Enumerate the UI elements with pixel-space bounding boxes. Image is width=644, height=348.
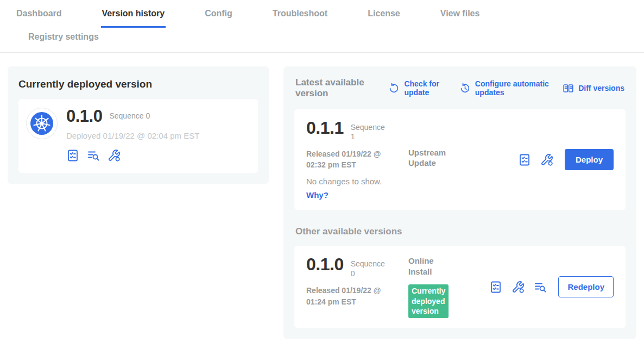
configure-updates-label: Configure automatic updates [475, 79, 551, 98]
tab-registry-settings[interactable]: Registry settings [27, 28, 100, 52]
check-for-update-label: Check for update [404, 79, 447, 98]
check-for-update-link[interactable]: Check for update [388, 79, 447, 98]
nav-row-primary: Dashboard Version history Config Trouble… [15, 8, 629, 28]
diff-versions-label: Diff versions [578, 84, 624, 93]
deploy-logs-icon[interactable] [87, 149, 100, 162]
redeploy-button[interactable]: Redeploy [558, 276, 614, 297]
deployed-actions [66, 149, 199, 162]
currently-deployed-title: Currently deployed version [18, 78, 258, 90]
latest-release-source: Upstream Update [408, 119, 479, 201]
other-sequence-label: Sequence 0 [351, 259, 386, 278]
currently-deployed-badge: Currently deployed version [408, 284, 449, 318]
other-version-number: 0.1.0 [306, 256, 344, 273]
deployed-version-number: 0.1.0 [66, 108, 102, 125]
tab-license[interactable]: License [367, 8, 401, 28]
other-source-label: Online Install [408, 256, 458, 277]
other-release-card: 0.1.0 Sequence 0 Released 01/19/22 @ 01:… [294, 246, 626, 328]
diff-versions-link[interactable]: Diff versions [563, 83, 624, 94]
other-release-actions: Redeploy [489, 276, 614, 297]
configure-updates-link[interactable]: Configure automatic updates [459, 79, 551, 98]
tab-dashboard[interactable]: Dashboard [15, 8, 63, 28]
deployed-version-info: 0.1.0 Sequence 0 Deployed 01/19/22 @ 02:… [66, 108, 199, 162]
diff-versions-icon [563, 83, 574, 94]
other-release-info: 0.1.0 Sequence 0 Released 01/19/22 @ 01:… [306, 256, 408, 318]
currently-deployed-panel: Currently deployed version [8, 66, 269, 184]
tab-view-files[interactable]: View files [439, 8, 481, 28]
nav-row-secondary: Registry settings [15, 28, 629, 52]
no-changes-note: No changes to show. [306, 177, 408, 186]
release-notes-icon[interactable] [518, 153, 531, 166]
latest-released-timestamp: Released 01/19/22 @ 02:32 pm EST [306, 148, 393, 171]
main-content: Currently deployed version [0, 53, 644, 348]
latest-release-actions: Deploy [518, 149, 614, 170]
config-wrench-icon[interactable] [512, 281, 525, 294]
latest-release-info: 0.1.1 Sequence 1 Released 01/19/22 @ 02:… [306, 119, 408, 201]
latest-release-card: 0.1.1 Sequence 1 Released 01/19/22 @ 02:… [294, 109, 626, 210]
config-wrench-icon[interactable] [540, 153, 553, 166]
kubernetes-icon [30, 112, 53, 135]
why-link[interactable]: Why? [306, 190, 329, 200]
other-release-source: Online Install Currently deployed versio… [408, 256, 479, 318]
configure-updates-icon [459, 83, 471, 94]
deployed-timestamp: Deployed 01/19/22 @ 02:04 pm EST [66, 131, 199, 140]
app-avatar [26, 108, 58, 139]
tab-troubleshoot[interactable]: Troubleshoot [272, 8, 329, 28]
latest-version-number: 0.1.1 [306, 119, 344, 136]
latest-source-label: Upstream Update [408, 147, 458, 169]
tab-config[interactable]: Config [204, 8, 233, 28]
latest-available-header: Latest available version Check for updat… [294, 77, 626, 100]
tab-version-history[interactable]: Version history [101, 8, 166, 28]
deploy-button[interactable]: Deploy [565, 149, 614, 170]
available-versions-panel: Latest available version Check for updat… [283, 66, 636, 339]
other-released-timestamp: Released 01/19/22 @ 01:24 pm EST [306, 285, 393, 307]
deployed-sequence-label: Sequence 0 [109, 111, 150, 121]
release-notes-icon[interactable] [66, 149, 79, 162]
other-versions-title: Other available versions [295, 226, 624, 237]
top-nav: Dashboard Version history Config Trouble… [0, 0, 644, 53]
check-for-update-icon [388, 83, 400, 94]
latest-sequence-label: Sequence 1 [351, 123, 386, 142]
latest-available-title: Latest available version [295, 77, 377, 100]
config-wrench-icon[interactable] [108, 149, 121, 162]
release-notes-icon[interactable] [489, 281, 502, 294]
deployed-version-card: 0.1.0 Sequence 0 Deployed 01/19/22 @ 02:… [18, 99, 258, 173]
deploy-logs-icon[interactable] [534, 281, 547, 294]
